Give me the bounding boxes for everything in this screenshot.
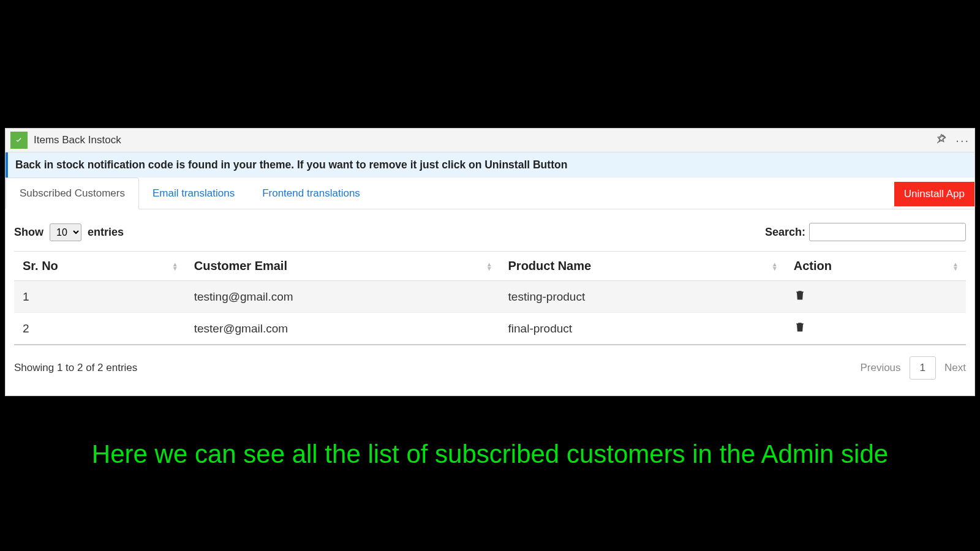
entries-select[interactable]: 10 xyxy=(50,223,81,241)
cell-email: testing@gmail.com xyxy=(186,281,500,313)
pagination: Previous 1 Next xyxy=(860,356,966,380)
col-sr-no[interactable]: Sr. No ▲▼ xyxy=(14,252,186,281)
search-box: Search: xyxy=(765,223,966,241)
cell-sr: 1 xyxy=(14,281,186,313)
cell-product: testing-product xyxy=(500,281,785,313)
tab-frontend-translations[interactable]: Frontend translations xyxy=(249,178,374,209)
trash-icon[interactable] xyxy=(794,323,806,336)
table-row: 2 tester@gmail.com final-product xyxy=(14,313,966,345)
pagination-next[interactable]: Next xyxy=(944,362,966,374)
tab-label: Frontend translations xyxy=(262,187,360,200)
table-header-row: Sr. No ▲▼ Customer Email ▲▼ Product Name… xyxy=(14,252,966,281)
cell-action xyxy=(785,281,966,313)
show-label-suffix: entries xyxy=(88,226,124,239)
pagination-previous[interactable]: Previous xyxy=(860,362,900,374)
content-area: Show 10 entries Search: Sr. No ▲ xyxy=(6,209,974,395)
uninstall-button[interactable]: Uninstall App xyxy=(894,182,974,206)
search-label: Search: xyxy=(765,226,805,239)
show-entries: Show 10 entries xyxy=(14,223,124,241)
svg-rect-2 xyxy=(798,326,799,330)
col-product-name[interactable]: Product Name ▲▼ xyxy=(500,252,785,281)
sort-icon: ▲▼ xyxy=(486,262,492,271)
table-footer: Showing 1 to 2 of 2 entries Previous 1 N… xyxy=(14,356,966,380)
app-title: Items Back Instock xyxy=(34,134,121,146)
svg-rect-3 xyxy=(801,326,801,330)
cell-sr: 2 xyxy=(14,313,186,345)
svg-rect-0 xyxy=(798,294,799,298)
col-customer-email[interactable]: Customer Email ▲▼ xyxy=(186,252,500,281)
table-controls: Show 10 entries Search: xyxy=(14,223,966,241)
table-info: Showing 1 to 2 of 2 entries xyxy=(14,362,137,374)
pagination-page-1[interactable]: 1 xyxy=(910,356,936,380)
sort-icon: ▲▼ xyxy=(952,262,959,271)
cell-action xyxy=(785,313,966,345)
cell-email: tester@gmail.com xyxy=(186,313,500,345)
titlebar-actions: ··· xyxy=(936,133,970,148)
tab-label: Email translations xyxy=(153,187,235,200)
table-row: 1 testing@gmail.com testing-product xyxy=(14,281,966,313)
col-action[interactable]: Action ▲▼ xyxy=(785,252,966,281)
subscribers-table: Sr. No ▲▼ Customer Email ▲▼ Product Name… xyxy=(14,251,966,345)
pin-icon[interactable] xyxy=(936,133,947,147)
search-input[interactable] xyxy=(809,223,966,241)
svg-rect-1 xyxy=(801,294,801,298)
notice-banner: Back in stock notification code is found… xyxy=(6,152,974,178)
titlebar: Items Back Instock ··· xyxy=(6,129,974,152)
show-label-prefix: Show xyxy=(14,226,43,239)
tab-bar: Subscribed Customers Email translations … xyxy=(6,178,974,209)
titlebar-left: Items Back Instock xyxy=(10,132,121,149)
more-icon[interactable]: ··· xyxy=(956,133,970,148)
sort-icon: ▲▼ xyxy=(172,262,178,271)
annotation-caption: Here we can see all the list of subscrib… xyxy=(0,440,980,469)
tab-email-translations[interactable]: Email translations xyxy=(139,178,249,209)
trash-icon[interactable] xyxy=(794,291,806,304)
app-window: Items Back Instock ··· Back in stock not… xyxy=(5,128,975,396)
tab-subscribed-customers[interactable]: Subscribed Customers xyxy=(6,178,139,209)
notice-text: Back in stock notification code is found… xyxy=(15,159,567,171)
sort-icon: ▲▼ xyxy=(772,262,778,271)
app-icon xyxy=(10,132,28,149)
tab-label: Subscribed Customers xyxy=(20,187,125,200)
cell-product: final-product xyxy=(500,313,785,345)
